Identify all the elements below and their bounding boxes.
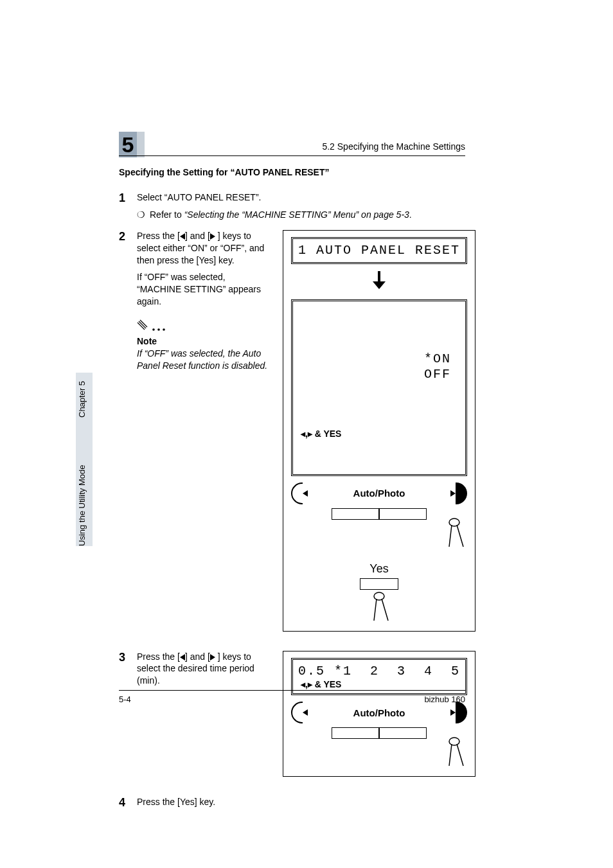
header-rule — [119, 155, 465, 156]
rocker-left-icon — [291, 702, 303, 723]
note-icon — [137, 319, 169, 333]
svg-point-4 — [374, 592, 384, 600]
section-title: Specifying the Setting for “AUTO PANEL R… — [119, 167, 465, 177]
hand-press-icon — [445, 517, 467, 548]
rocker-label: Auto/Photo — [308, 707, 450, 718]
note-text: If “OFF” was selected, the Auto Panel Re… — [137, 348, 270, 372]
bullet-marker: ❍ — [137, 209, 150, 221]
step-1-subnote: ❍ Refer to “Selecting the “MACHINE SETTI… — [137, 209, 465, 221]
hand-press-icon — [445, 736, 467, 767]
down-arrow-icon — [291, 269, 467, 294]
yes-block: Yes — [291, 562, 467, 622]
svg-point-5 — [449, 738, 459, 745]
side-chapter-label: Chapter 5 — [77, 381, 87, 418]
svg-point-0 — [152, 328, 155, 331]
chapter-number: 5 — [119, 132, 145, 157]
step-number: 1 — [119, 191, 137, 205]
rocker-right-icon — [456, 702, 467, 723]
rocker-left-icon — [291, 483, 303, 504]
arrow-left-icon — [303, 709, 308, 716]
step-2-text2: If “OFF” was selected, “MACHINE SETTING”… — [137, 271, 270, 308]
step-number: 3 — [119, 651, 137, 664]
rocker-control: Auto/Photo — [291, 702, 467, 723]
sub-ital: “Selecting the “MACHINE SETTING” Menu” o… — [184, 209, 409, 220]
sub-suffix: . — [409, 209, 412, 220]
step-4-text: Press the [Yes] key. — [137, 796, 465, 808]
footer-product: bizhub 160 — [424, 695, 465, 704]
step-2-text: Press the [] and [ ] keys to select eith… — [137, 230, 270, 267]
rocker-label: Auto/Photo — [308, 488, 450, 499]
note-heading: Note — [137, 336, 270, 346]
arrow-right-icon — [450, 709, 456, 716]
lcd-display-2: *ON OFF ◂,▸ & YES — [291, 299, 467, 476]
step-number: 4 — [119, 796, 137, 810]
chapter-badge: 5 — [119, 132, 145, 157]
arrow-left-icon — [180, 233, 185, 240]
lcd2-line2: ◂,▸ & YES — [298, 429, 460, 439]
footer-page: 5-4 — [119, 695, 131, 704]
step-3-text: Press the [] and [ ] keys to select the … — [137, 651, 270, 687]
hand-press-icon — [368, 591, 390, 622]
step-number: 2 — [119, 230, 137, 244]
arrow-right-icon — [210, 654, 215, 660]
svg-point-1 — [157, 328, 160, 331]
note-block: Note If “OFF” was selected, the Auto Pan… — [137, 319, 270, 372]
step-4: 4 Press the [Yes] key. — [119, 796, 465, 813]
figure-1: 1 AUTO PANEL RESET *ON OFF ◂,▸ & YES — [283, 230, 475, 632]
rocker-right-icon — [456, 483, 467, 504]
header-section-ref: 5.2 Specifying the Machine Settings — [322, 141, 465, 152]
step-2: 2 Press the [] and [ ] keys to select ei… — [119, 230, 270, 313]
lcd-display-1: 1 AUTO PANEL RESET — [291, 237, 467, 264]
lcd2-on: *ON — [424, 351, 451, 366]
footer: 5-4 bizhub 160 — [119, 690, 465, 704]
step-3: 3 Press the [] and [ ] keys to select th… — [119, 651, 270, 693]
step-1-text: Select “AUTO PANEL RESET”. — [137, 191, 465, 204]
arrow-right-icon — [210, 233, 215, 240]
step-1: 1 Select “AUTO PANEL RESET”. ❍ Refer to … — [119, 191, 465, 221]
yes-button-graphic — [360, 578, 398, 590]
rocker-control: Auto/Photo — [291, 483, 467, 504]
svg-point-2 — [163, 328, 165, 331]
yes-label: Yes — [291, 562, 467, 576]
arrow-left-icon — [303, 490, 308, 497]
side-mode-label: Using the Utility Mode — [77, 465, 87, 546]
sub-prefix: Refer to — [150, 209, 184, 220]
arrow-left-icon — [180, 654, 185, 660]
arrow-right-icon — [450, 490, 456, 497]
svg-point-3 — [449, 518, 459, 526]
figure-2: 0.5 *1 2 3 4 5 ◂,▸ & YES Auto/Photo — [283, 651, 475, 777]
lcd2-off: OFF — [424, 367, 451, 382]
